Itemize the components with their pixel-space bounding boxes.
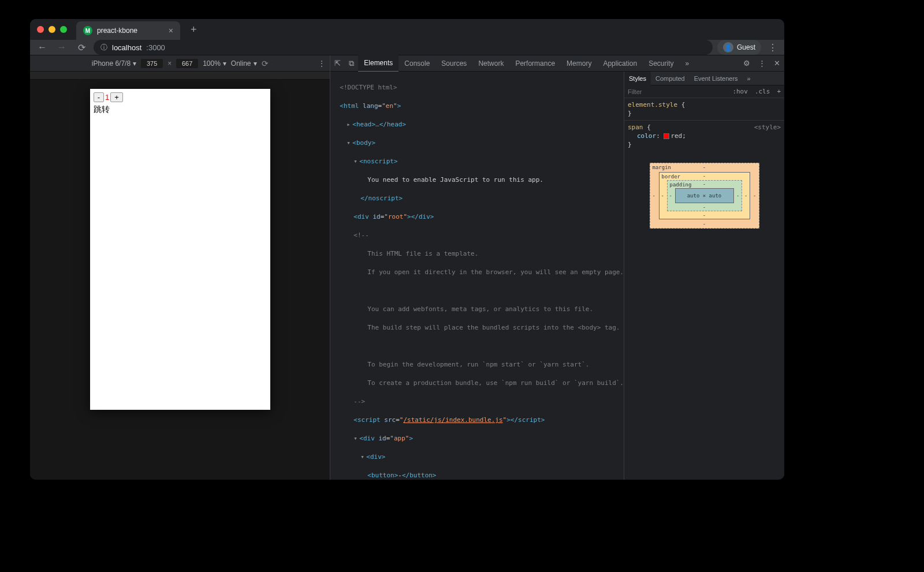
box-model[interactable]: margin - - - - border - - - - padding	[650, 163, 759, 229]
device-preview-pane: iPhone 6/7/8 ▾ × 100% ▾ Online ▾ ⟳ ⋮	[30, 55, 330, 480]
styles-overflow[interactable]: »	[743, 72, 755, 85]
reload-button[interactable]: ⟳	[74, 42, 89, 53]
url-host: localhost	[112, 43, 141, 52]
profile-button[interactable]: 👤 Guest	[717, 40, 761, 55]
url-input[interactable]: ⓘ localhost:3000	[94, 40, 713, 55]
elements-panel: <!DOCTYPE html> <html lang="en"> ▸<head>…	[330, 72, 624, 480]
browser-menu-button[interactable]: ⋮	[766, 42, 780, 53]
profile-label: Guest	[737, 43, 755, 51]
device-toolbar: iPhone 6/7/8 ▾ × 100% ▾ Online ▾ ⟳ ⋮	[30, 55, 330, 72]
tab-console[interactable]: Console	[398, 55, 435, 72]
avatar-icon: 👤	[723, 42, 733, 53]
plus-button[interactable]: +	[110, 92, 123, 102]
style-rules[interactable]: element.style { } <style>span { color: r…	[624, 98, 784, 151]
rule-selector: element.style	[628, 101, 677, 109]
tabs-overflow[interactable]: »	[680, 55, 695, 72]
content-area: iPhone 6/7/8 ▾ × 100% ▾ Online ▾ ⟳ ⋮	[30, 55, 784, 480]
forward-button[interactable]: →	[54, 42, 69, 53]
toggle-device-icon[interactable]: ⧉	[345, 59, 358, 68]
titlebar: M preact-kbone × +	[30, 19, 784, 40]
new-rule-button[interactable]: +	[773, 88, 784, 95]
minus-button[interactable]: -	[94, 92, 104, 102]
zoom-select[interactable]: 100% ▾	[203, 59, 226, 68]
devtools-main: <!DOCTYPE html> <html lang="en"> ▸<head>…	[330, 72, 784, 480]
color-swatch-icon[interactable]	[664, 133, 669, 139]
tree-comment: To begin the development, run `npm start…	[367, 361, 589, 368]
address-bar: ← → ⟳ ⓘ localhost:3000 👤 Guest ⋮	[30, 40, 784, 55]
devtools-menu-icon[interactable]: ⋮	[754, 59, 770, 68]
tree-comment: If you open it directly in the browser, …	[367, 268, 624, 276]
window-controls	[37, 26, 67, 33]
styles-filter-input[interactable]	[624, 88, 729, 95]
settings-icon[interactable]: ⚙	[739, 59, 754, 68]
styles-filter-bar: :hov .cls +	[624, 85, 784, 98]
tab-title: preact-kbone	[97, 27, 164, 35]
box-margin-label: margin	[653, 165, 672, 170]
tab-security[interactable]: Security	[643, 55, 679, 72]
inspect-element-icon[interactable]: ⇱	[330, 59, 345, 68]
styles-tabs: Styles Computed Event Listeners »	[624, 72, 784, 85]
close-window-icon[interactable]	[37, 26, 44, 33]
tab-network[interactable]: Network	[472, 55, 509, 72]
styles-pane: Styles Computed Event Listeners » :hov .…	[624, 72, 784, 480]
tree-comment	[367, 287, 371, 294]
zoom-value: 100%	[203, 59, 221, 68]
favicon-icon: M	[83, 26, 92, 35]
device-name: iPhone 6/7/8	[92, 59, 131, 68]
device-frame: -1+ 跳转	[90, 89, 270, 410]
cls-toggle[interactable]: .cls	[751, 88, 774, 95]
minimize-window-icon[interactable]	[49, 26, 55, 33]
nav-link[interactable]: 跳转	[94, 104, 267, 115]
maximize-window-icon[interactable]	[60, 26, 67, 33]
browser-window: M preact-kbone × + ← → ⟳ ⓘ localhost:300…	[30, 19, 784, 480]
rule-source[interactable]: <style>	[754, 123, 781, 132]
dom-tree[interactable]: <!DOCTYPE html> <html lang="en"> ▸<head>…	[330, 72, 624, 480]
browser-tab[interactable]: M preact-kbone ×	[76, 21, 180, 40]
tree-comment	[367, 342, 371, 350]
tab-styles[interactable]: Styles	[624, 72, 651, 85]
tab-computed[interactable]: Computed	[651, 72, 690, 85]
box-border-label: border	[662, 174, 681, 180]
throttle-select[interactable]: Online ▾	[231, 59, 257, 68]
box-padding-label: padding	[670, 182, 692, 188]
preview-area: -1+ 跳转	[30, 80, 330, 480]
count-value: 1	[104, 93, 110, 102]
chevron-down-icon: ▾	[223, 59, 226, 68]
dimension-separator: ×	[167, 59, 172, 68]
css-value[interactable]: red	[670, 132, 682, 140]
throttle-value: Online	[231, 59, 251, 68]
css-property[interactable]: color	[628, 132, 656, 140]
chevron-down-icon: ▾	[254, 59, 257, 68]
back-button[interactable]: ←	[35, 42, 50, 53]
tab-close-icon[interactable]: ×	[169, 26, 173, 35]
devtools-tabs: ⇱ ⧉ Elements Console Sources Network Per…	[330, 55, 784, 72]
tab-elements[interactable]: Elements	[358, 55, 398, 72]
tab-performance[interactable]: Performance	[509, 55, 561, 72]
close-devtools-icon[interactable]: ✕	[770, 59, 784, 68]
url-port: :3000	[146, 43, 165, 52]
counter-row: -1+	[94, 92, 267, 102]
hov-toggle[interactable]: :hov	[729, 88, 751, 95]
ruler	[30, 72, 330, 80]
tab-sources[interactable]: Sources	[435, 55, 472, 72]
devtools: ⇱ ⧉ Elements Console Sources Network Per…	[330, 55, 784, 480]
tree-comment: You can add webfonts, meta tags, or anal…	[367, 305, 593, 313]
rule-selector: span	[628, 124, 643, 131]
device-select[interactable]: iPhone 6/7/8 ▾	[92, 59, 136, 68]
device-menu-button[interactable]: ⋮	[318, 59, 325, 68]
rotate-icon[interactable]: ⟳	[262, 59, 269, 68]
tree-text: You need to enable JavaScript to run thi…	[367, 176, 543, 184]
box-content-label: auto × auto	[687, 193, 722, 199]
site-info-icon[interactable]: ⓘ	[100, 43, 107, 53]
viewport-height-input[interactable]	[176, 59, 198, 68]
tree-node[interactable]: <!DOCTYPE html>	[340, 84, 397, 91]
tree-comment: To create a production bundle, use `npm …	[367, 379, 624, 387]
tab-memory[interactable]: Memory	[561, 55, 597, 72]
new-tab-button[interactable]: +	[185, 24, 203, 36]
tree-comment: This HTML file is a template.	[367, 250, 478, 257]
viewport-width-input[interactable]	[141, 59, 163, 68]
tab-event-listeners[interactable]: Event Listeners	[690, 72, 743, 85]
tree-comment: The build step will place the bundled sc…	[367, 324, 620, 331]
tab-application[interactable]: Application	[597, 55, 643, 72]
chevron-down-icon: ▾	[133, 59, 136, 68]
